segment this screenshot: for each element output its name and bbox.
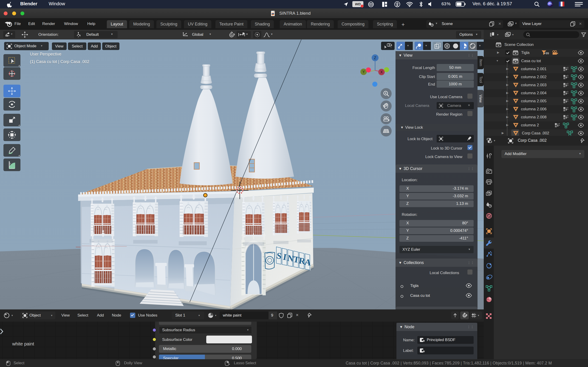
svg-text:Y: Y xyxy=(363,70,365,74)
svg-text:X: X xyxy=(380,70,383,74)
svg-text:Z: Z xyxy=(374,56,376,60)
